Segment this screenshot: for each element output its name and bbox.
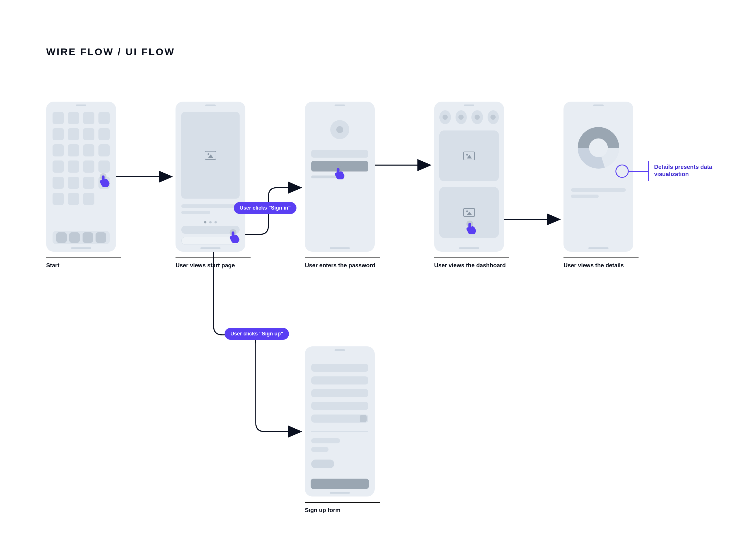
app-tile: [99, 177, 110, 189]
app-tile: [83, 144, 95, 156]
signup-secondary-button[interactable]: [311, 459, 334, 468]
dot: [214, 221, 217, 224]
app-tile: [52, 144, 64, 156]
signup-submit-button[interactable]: [311, 478, 369, 489]
app-tile: [83, 128, 95, 140]
start-hero-image: [181, 112, 240, 198]
stories-row: [439, 110, 499, 124]
username-field[interactable]: [311, 150, 368, 158]
signup-field-toggle-icon[interactable]: [360, 415, 366, 422]
app-tile: [99, 144, 110, 156]
dashboard-card[interactable]: [439, 130, 499, 181]
app-tile: [83, 112, 95, 124]
story-avatar[interactable]: [439, 110, 451, 124]
app-tile: [99, 128, 110, 140]
dock-app: [69, 232, 80, 243]
annotation-connector: [629, 171, 648, 172]
annotation-text: Details presents data visualization: [654, 163, 729, 178]
image-placeholder-icon: [205, 151, 216, 160]
detail-line: [571, 188, 626, 192]
dock-app: [56, 232, 67, 243]
app-tile: [52, 112, 64, 124]
dock-app: [96, 232, 106, 243]
app-tile: [52, 177, 64, 189]
start-signin-button[interactable]: [181, 226, 240, 234]
dot: [209, 221, 211, 224]
screen-password: [305, 102, 375, 252]
image-placeholder-icon: [463, 208, 475, 217]
detail-line-short: [571, 194, 599, 198]
annotation-ring: [615, 164, 629, 178]
signup-field[interactable]: [311, 377, 368, 385]
divider: [311, 431, 368, 432]
home-dock: [52, 231, 110, 244]
dashboard-card[interactable]: [439, 187, 499, 238]
dot-active: [204, 221, 206, 224]
app-tile: [83, 193, 95, 205]
app-tile: [68, 177, 79, 189]
caption-start: Start: [46, 258, 121, 269]
app-tile: [68, 160, 79, 173]
text-line-short: [181, 211, 210, 214]
text-line: [181, 204, 240, 208]
screen-dashboard: [434, 102, 504, 252]
password-field[interactable]: [311, 161, 368, 171]
svg-point-13: [589, 139, 608, 157]
screen-start-page: [175, 102, 245, 252]
signup-field[interactable]: [311, 364, 368, 372]
caption-password: User enters the password: [305, 258, 380, 269]
app-tile: [68, 128, 79, 140]
image-placeholder-icon: [463, 152, 475, 160]
caption-dashboard: User views the dashboard: [434, 258, 509, 269]
canvas: WIRE FLOW / UI FLOW: [0, 0, 739, 560]
signup-meta: [311, 447, 328, 452]
caption-start-page: User views start page: [175, 258, 251, 269]
helper-text: [311, 175, 340, 178]
caption-signup: Sign up form: [305, 502, 380, 514]
action-pill-signin: User clicks "Sign in": [234, 202, 296, 214]
story-avatar[interactable]: [455, 110, 467, 124]
app-tile: [52, 160, 64, 173]
app-tile: [52, 128, 64, 140]
start-signup-button[interactable]: [181, 237, 240, 245]
signup-field[interactable]: [311, 389, 368, 397]
app-tile: [52, 193, 64, 205]
donut-chart: [572, 122, 624, 174]
avatar-icon: [330, 120, 349, 139]
dock-app: [83, 232, 93, 243]
app-tile: [99, 112, 110, 124]
story-avatar[interactable]: [487, 110, 499, 124]
signup-field[interactable]: [311, 402, 368, 410]
screen-signup: [305, 346, 375, 497]
caption-details: User views the details: [564, 258, 638, 269]
pager-dots: [204, 221, 217, 224]
app-tile: [68, 144, 79, 156]
app-tile: [83, 160, 95, 173]
home-app-grid: [52, 112, 110, 236]
action-pill-signup: User clicks "Sign up": [225, 328, 289, 340]
app-tile: [68, 112, 79, 124]
annotation-bracket: [648, 161, 649, 181]
app-tile: [99, 160, 110, 173]
story-avatar[interactable]: [471, 110, 483, 124]
screen-start: [46, 102, 116, 252]
signup-meta: [311, 438, 340, 443]
page-title: WIRE FLOW / UI FLOW: [46, 46, 175, 57]
app-tile: [68, 193, 79, 205]
app-tile: [83, 177, 95, 189]
